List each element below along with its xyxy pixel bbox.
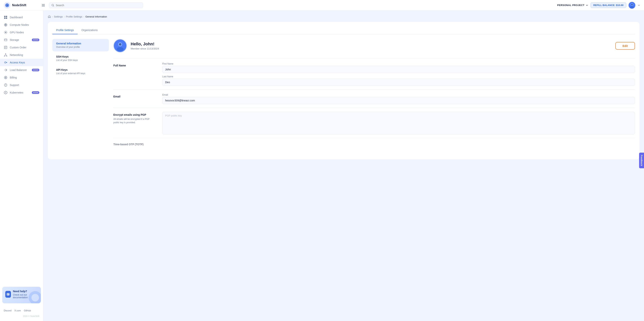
breadcrumb-settings[interactable]: Settings bbox=[54, 15, 63, 18]
feedback-tab[interactable]: Feedback bbox=[639, 153, 644, 168]
avatar-chevron-icon bbox=[638, 4, 640, 6]
logo: NodeShift bbox=[4, 2, 38, 9]
sidebar-item-support[interactable]: Support bbox=[0, 81, 43, 89]
refill-balance-button[interactable]: REFILL BALANCE: $10.00 bbox=[590, 2, 626, 8]
svg-point-39 bbox=[120, 44, 120, 45]
profile-nav-general[interactable]: General Information Overview of your pro… bbox=[52, 39, 109, 51]
pgp-title: Encrypt emails using PGP bbox=[113, 113, 155, 116]
svg-point-11 bbox=[632, 4, 632, 5]
sidebar-item-label: Access Keys bbox=[10, 61, 39, 64]
svg-point-3 bbox=[6, 5, 8, 6]
sidebar-item-access-keys[interactable]: Access Keys bbox=[0, 59, 43, 66]
sidebar-item-label: Compute Nodes bbox=[10, 23, 39, 26]
edit-button[interactable]: Edit bbox=[616, 42, 635, 50]
first-name-value: John bbox=[162, 66, 635, 73]
svg-point-19 bbox=[5, 32, 6, 33]
svg-rect-4 bbox=[42, 4, 45, 4]
email-label: Email bbox=[113, 93, 155, 98]
svg-rect-15 bbox=[6, 17, 7, 19]
sidebar-item-label: Storage bbox=[10, 38, 30, 41]
github-link[interactable]: GitHub bbox=[24, 309, 31, 312]
logo-text: NodeShift bbox=[12, 3, 26, 7]
tab-profile-settings[interactable]: Profile Settings bbox=[52, 26, 78, 34]
sidebar-item-label: Kubernetes bbox=[10, 91, 30, 94]
project-selector-button[interactable]: PERSONAL PROJECT bbox=[557, 4, 588, 6]
email-field-label: Email bbox=[162, 93, 635, 96]
load-balancer-icon bbox=[4, 68, 8, 72]
sidebar-item-label: Custom Order bbox=[10, 46, 39, 49]
sidebar-item-storage[interactable]: Storage SOON bbox=[0, 36, 43, 44]
breadcrumb-current: General Information bbox=[85, 15, 107, 18]
totp-row: Time-based OTP (TOTP) bbox=[113, 138, 635, 150]
help-card[interactable]: Need help? Check out our documentation bbox=[2, 287, 41, 303]
last-name-label: Last Name bbox=[162, 75, 635, 78]
email-value: hesovor309@lineacr.com bbox=[162, 97, 635, 104]
sidebar-item-label: Load Balancer bbox=[10, 68, 30, 71]
sidebar-item-label: Dashboard bbox=[10, 16, 39, 19]
sidebar-item-label: Support bbox=[10, 83, 39, 86]
footer-links: Discord X.com GitHub bbox=[0, 307, 43, 314]
search-input[interactable] bbox=[56, 4, 141, 7]
last-name-field: Last Name Deo bbox=[162, 75, 635, 86]
sidebar-item-networking[interactable]: Networking bbox=[0, 51, 43, 59]
compute-nodes-icon bbox=[4, 23, 8, 27]
svg-point-29 bbox=[6, 86, 6, 86]
email-field: Email hesovor309@lineacr.com bbox=[162, 93, 635, 104]
breadcrumb: › Settings › Profile Settings › General … bbox=[48, 15, 640, 18]
full-name-row: Full Name First Name John Last Name Deo bbox=[113, 58, 635, 90]
profile-nav-ssh-keys[interactable]: SSH Keys List of your SSH keys bbox=[52, 52, 109, 64]
profile-header: Hello, John! Member since 11/13/2024 Edi… bbox=[113, 39, 635, 52]
svg-point-23 bbox=[5, 53, 6, 54]
sidebar-item-label: Networking bbox=[10, 53, 39, 56]
sidebar-item-billing[interactable]: Billing bbox=[0, 74, 43, 81]
breadcrumb-profile-settings[interactable]: Profile Settings bbox=[66, 15, 82, 18]
pgp-public-key-field[interactable]: PGP public key bbox=[162, 112, 635, 134]
sidebar-item-custom-order[interactable]: Custom Order bbox=[0, 44, 43, 51]
top-bar-right: PERSONAL PROJECT REFILL BALANCE: $10.00 bbox=[557, 2, 640, 9]
menu-toggle-button[interactable] bbox=[41, 3, 46, 8]
svg-point-10 bbox=[630, 6, 634, 8]
svg-rect-5 bbox=[42, 5, 45, 5]
avatar-button[interactable] bbox=[628, 2, 635, 9]
profile-main-content: Hello, John! Member since 11/13/2024 Edi… bbox=[113, 39, 635, 155]
main-card: Profile Settings Organizations General I… bbox=[48, 22, 640, 159]
totp-label: Time-based OTP (TOTP) bbox=[113, 141, 155, 146]
billing-icon bbox=[4, 76, 8, 79]
profile-sidebar-nav: General Information Overview of your pro… bbox=[52, 39, 109, 155]
sidebar-item-compute-nodes[interactable]: Compute Nodes bbox=[0, 21, 43, 28]
svg-rect-6 bbox=[42, 6, 45, 6]
svg-rect-32 bbox=[7, 293, 10, 296]
svg-point-26 bbox=[4, 62, 6, 63]
first-name-field: First Name John bbox=[162, 62, 635, 73]
profile-nav-api-keys[interactable]: API Keys List of your external API keys bbox=[52, 65, 109, 78]
profile-nav-general-title: General Information bbox=[56, 42, 105, 45]
profile-avatar-image bbox=[114, 39, 126, 52]
x-link[interactable]: X.com bbox=[14, 309, 21, 312]
discord-link[interactable]: Discord bbox=[4, 309, 12, 312]
pgp-subtitle: All emails will be encrypted if a PGP pu… bbox=[113, 117, 155, 124]
sidebar-item-kubernetes[interactable]: Kubernetes SOON bbox=[0, 89, 43, 96]
svg-point-37 bbox=[117, 47, 124, 51]
kubernetes-icon bbox=[4, 91, 8, 94]
email-row: Email Email hesovor309@lineacr.com bbox=[113, 90, 635, 108]
profile-nav-ssh-title: SSH Keys bbox=[56, 55, 105, 58]
sidebar-nav: Dashboard Compute Nodes bbox=[0, 10, 43, 285]
sidebar-item-dashboard[interactable]: Dashboard bbox=[0, 13, 43, 21]
svg-point-31 bbox=[5, 92, 6, 93]
pgp-label-col: Encrypt emails using PGP All emails will… bbox=[113, 112, 155, 124]
svg-point-24 bbox=[4, 56, 5, 56]
pgp-row: Encrypt emails using PGP All emails will… bbox=[113, 108, 635, 138]
networking-icon bbox=[4, 53, 8, 57]
profile-nav-api-title: API Keys bbox=[56, 68, 105, 71]
access-keys-icon bbox=[4, 61, 8, 64]
soon-badge: SOON bbox=[32, 38, 39, 41]
sidebar-item-gpu-nodes[interactable]: GPU Nodes bbox=[0, 28, 43, 36]
sidebar-item-load-balancer[interactable]: Load Balancer SOON bbox=[0, 66, 43, 74]
svg-rect-13 bbox=[6, 16, 7, 17]
tab-organizations[interactable]: Organizations bbox=[78, 26, 101, 34]
home-icon[interactable] bbox=[48, 15, 51, 18]
profile-member-since: Member since 11/13/2024 bbox=[131, 47, 159, 50]
profile-layout: General Information Overview of your pro… bbox=[52, 39, 635, 155]
storage-icon bbox=[4, 38, 8, 42]
avatar-icon bbox=[628, 2, 635, 9]
